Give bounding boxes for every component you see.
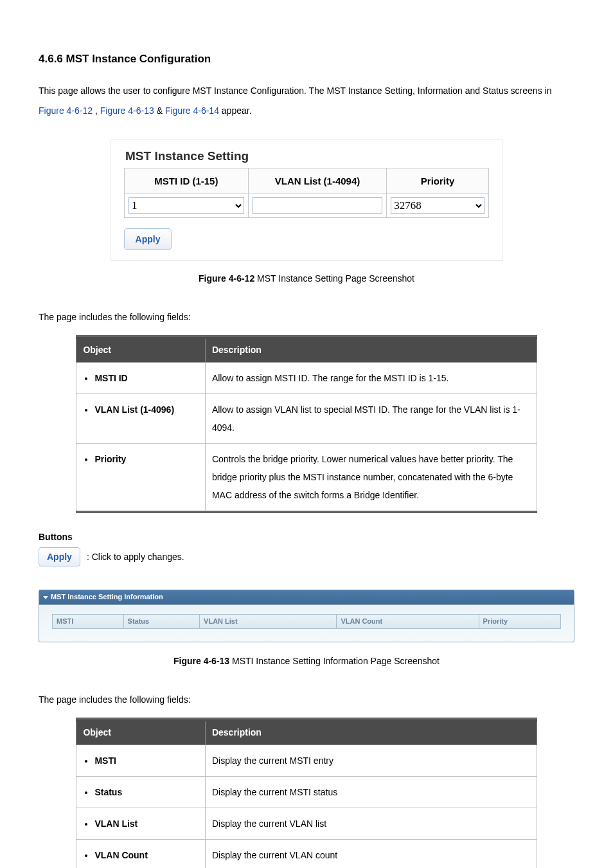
table2-row0-description: Display the current MSTI entry	[205, 745, 537, 776]
shot2-col-priority: Priority	[479, 615, 560, 628]
vlan-list-input[interactable]	[253, 197, 382, 214]
figure-link-4-6-14[interactable]: Figure 4-6-14	[165, 105, 219, 116]
table1-row1-description: Allow to assign VLAN list to special MST…	[205, 393, 537, 443]
table2-row3-object: VLAN Count	[94, 846, 199, 864]
shot1-title: MST Instance Setting	[125, 148, 489, 165]
table1-row2-description: Controls the bridge priority. Lower nume…	[205, 443, 537, 511]
table1-header-object: Object	[76, 338, 206, 363]
table2-row1-object: Status	[94, 783, 199, 801]
table2-row1-description: Display the current MSTI status	[205, 776, 537, 808]
table2-header-description: Description	[205, 721, 537, 745]
shot2-col-status: Status	[124, 615, 200, 628]
figure-link-4-6-12[interactable]: Figure 4-6-12	[39, 105, 93, 116]
screenshot-mst-instance-setting-information: MST Instance Setting Information MSTI St…	[39, 590, 574, 642]
section-heading: 4.6.6 MST Instance Configuration	[39, 51, 574, 67]
table-row: VLAN Count Display the current VLAN coun…	[76, 839, 537, 868]
figure-caption-rest: MST Instance Setting Page Screenshot	[254, 273, 414, 284]
screenshot-mst-instance-setting: MST Instance Setting MSTI ID (1-15) VLAN…	[111, 140, 502, 261]
figure-link-4-6-13[interactable]: Figure 4-6-13	[100, 105, 154, 116]
table2-row3-description: Display the current VLAN count	[205, 839, 537, 868]
fields-lead-1: The page includes the following fields:	[39, 311, 574, 324]
shot1-header-msti-id: MSTI ID (1-15)	[125, 168, 249, 194]
figure-caption-4-6-13: Figure 4-6-13 MSTI Instance Setting Info…	[39, 655, 574, 668]
table-row: MSTI ID Allow to assign MSTI ID. The ran…	[76, 362, 537, 393]
apply-button[interactable]: Apply	[124, 228, 172, 250]
table2-header-object: Object	[76, 721, 206, 745]
shot2-header-title: MST Instance Setting Information	[51, 592, 163, 602]
figure-caption2-rest: MSTI Instance Setting Information Page S…	[229, 656, 440, 666]
table-row: VLAN List (1-4096) Allow to assign VLAN …	[76, 393, 537, 443]
table2-row2-object: VLAN List	[94, 815, 199, 833]
table1-header-description: Description	[205, 338, 537, 363]
priority-select[interactable]: 32768	[391, 197, 484, 214]
table1-row2-object: Priority	[94, 450, 199, 468]
shot1-header-vlan-list: VLAN List (1-4094)	[248, 168, 386, 194]
table1-row0-object: MSTI ID	[94, 369, 199, 387]
shot2-grid: MSTI Status VLAN List VLAN Count Priorit…	[52, 614, 561, 629]
table1-row1-object: VLAN List (1-4096)	[94, 401, 199, 419]
shot2-col-vlan-count: VLAN Count	[337, 615, 479, 628]
table-row: MSTI Display the current MSTI entry	[76, 745, 537, 776]
intro-paragraph: This page allows the user to configure M…	[39, 81, 574, 121]
table1-row0-description: Allow to assign MSTI ID. The range for t…	[205, 362, 537, 393]
intro-sep1: ,	[95, 105, 100, 116]
buttons-heading: Buttons	[39, 531, 574, 544]
intro-text-after: appear.	[222, 105, 252, 116]
buttons-row: Apply : Click to apply changes.	[39, 547, 574, 566]
intro-text-before: This page allows the user to configure M…	[39, 86, 551, 96]
chevron-down-icon	[43, 596, 48, 599]
intro-sep2: &	[157, 105, 165, 116]
table-row: Status Display the current MSTI status	[76, 776, 537, 808]
figure-caption-bold: Figure 4-6-12	[199, 273, 254, 284]
fields-lead-2: The page includes the following fields:	[39, 694, 574, 707]
table2-row2-description: Display the current VLAN list	[205, 808, 537, 839]
shot2-col-vlan-list: VLAN List	[200, 615, 337, 628]
shot2-header[interactable]: MST Instance Setting Information	[39, 590, 574, 604]
figure-caption-4-6-12: Figure 4-6-12 MST Instance Setting Page …	[39, 273, 574, 285]
table-row: Priority Controls the bridge priority. L…	[76, 443, 537, 511]
table2-row0-object: MSTI	[94, 752, 199, 770]
apply-button-inline[interactable]: Apply	[39, 547, 80, 566]
shot1-header-priority: Priority	[387, 168, 489, 194]
shot2-col-msti: MSTI	[53, 615, 124, 628]
table-row: VLAN List Display the current VLAN list	[76, 808, 537, 839]
apply-button-description: : Click to apply changes.	[87, 551, 184, 564]
figure-caption2-bold: Figure 4-6-13	[173, 656, 229, 666]
msti-id-select[interactable]: 1	[129, 197, 244, 214]
